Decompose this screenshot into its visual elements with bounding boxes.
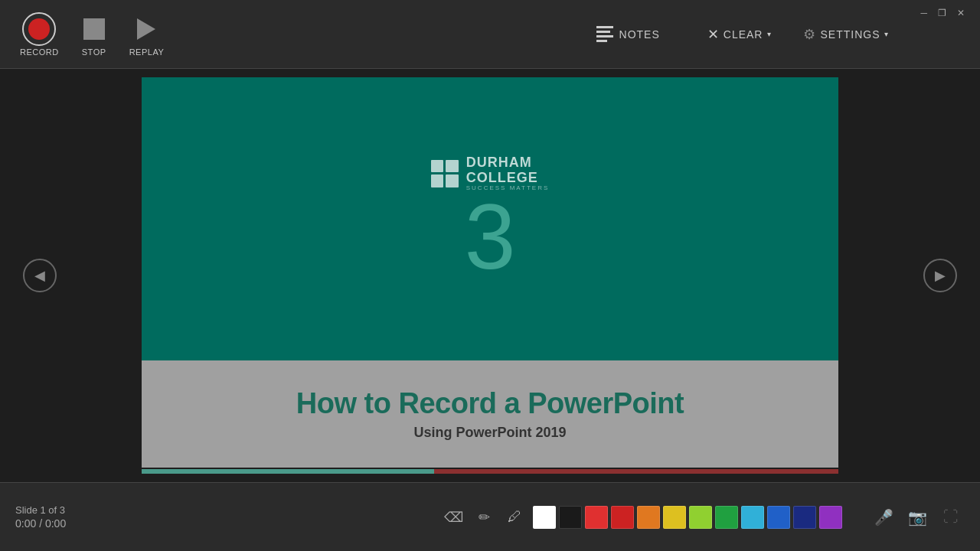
microphone-icon: 🎤 — [874, 508, 893, 527]
microphone-button[interactable]: 🎤 — [870, 504, 897, 531]
drawing-tools: ⌫ ✏ 🖊 — [441, 505, 842, 530]
record-label: RECORD — [20, 47, 59, 57]
camera-icon: 📷 — [908, 508, 927, 527]
media-controls: 🎤 📷 ⛶ — [870, 504, 965, 531]
stop-icon — [77, 12, 111, 46]
replay-label: REPLAY — [129, 47, 165, 57]
slide-title: How to Record a PowerPoint — [296, 387, 684, 420]
main-area: ◀ DURHAM COLLEGE SUCCESS MATTERS — [0, 69, 980, 482]
settings-gear-icon: ⚙ — [803, 26, 815, 43]
record-icon — [22, 12, 56, 46]
color-swatch-green-light[interactable] — [689, 506, 712, 529]
fullscreen-button[interactable]: ⛶ — [937, 504, 965, 531]
pen-icon: ✏ — [479, 509, 490, 526]
next-slide-button[interactable]: ▶ — [923, 259, 957, 292]
color-swatch-cyan[interactable] — [741, 506, 764, 529]
next-arrow-icon: ▶ — [935, 267, 946, 284]
eraser-icon: ⌫ — [444, 509, 463, 526]
clear-dropdown-icon: ▾ — [767, 30, 771, 38]
color-swatch-navy[interactable] — [793, 506, 816, 529]
color-swatch-yellow[interactable] — [663, 506, 686, 529]
progress-bar-remaining — [434, 469, 838, 474]
highlighter-icon: 🖊 — [508, 509, 521, 525]
settings-label: SETTINGS — [820, 28, 880, 41]
color-swatch-green[interactable] — [715, 506, 738, 529]
progress-bar — [142, 469, 838, 474]
color-swatch-blue[interactable] — [767, 506, 790, 529]
slide-area: DURHAM COLLEGE SUCCESS MATTERS 3 How to … — [142, 77, 838, 474]
college-name-line2: COLLEGE — [466, 171, 550, 186]
slide-container: DURHAM COLLEGE SUCCESS MATTERS 3 How to … — [142, 77, 838, 468]
notes-button[interactable]: NOTES — [586, 21, 671, 47]
notes-icon — [596, 26, 613, 42]
college-name-line1: DURHAM — [466, 155, 550, 171]
settings-button[interactable]: ⚙ SETTINGS ▾ — [792, 21, 899, 47]
logo-grid-icon — [431, 160, 459, 187]
restore-button[interactable]: ❐ — [935, 6, 949, 20]
clear-button[interactable]: ✕ CLEAR ▾ — [697, 23, 782, 46]
color-swatch-black[interactable] — [559, 506, 582, 529]
color-palette — [533, 506, 842, 529]
replay-icon — [129, 12, 163, 46]
color-swatch-purple[interactable] — [819, 506, 842, 529]
prev-slide-button[interactable]: ◀ — [23, 259, 57, 292]
highlighter-tool[interactable]: 🖊 — [502, 505, 527, 530]
pen-tool[interactable]: ✏ — [472, 505, 496, 530]
bottom-toolbar: Slide 1 of 3 0:00 / 0:00 ⌫ ✏ 🖊 🎤 📷 ⛶ — [0, 482, 980, 551]
slide-time: 0:00 / 0:00 — [15, 517, 107, 530]
minimize-button[interactable]: ─ — [917, 6, 930, 20]
color-swatch-red[interactable] — [611, 506, 634, 529]
slide-count: Slide 1 of 3 — [15, 504, 107, 516]
window-controls: ─ ❐ ✕ — [917, 0, 968, 20]
prev-arrow-icon: ◀ — [34, 267, 45, 284]
record-button[interactable]: RECORD — [12, 8, 67, 61]
close-button[interactable]: ✕ — [954, 6, 968, 20]
settings-dropdown-icon: ▾ — [884, 30, 888, 38]
eraser-tool[interactable]: ⌫ — [441, 505, 466, 530]
slide-info: Slide 1 of 3 0:00 / 0:00 — [15, 504, 107, 530]
color-swatch-orange[interactable] — [637, 506, 660, 529]
color-swatch-white[interactable] — [533, 506, 556, 529]
replay-button[interactable]: REPLAY — [122, 8, 172, 61]
notes-label: NOTES — [619, 28, 660, 41]
stop-button[interactable]: STOP — [70, 8, 119, 61]
clear-label: CLEAR — [724, 28, 763, 41]
slide-top: DURHAM COLLEGE SUCCESS MATTERS 3 — [142, 77, 838, 360]
fullscreen-icon: ⛶ — [943, 508, 959, 526]
top-toolbar: RECORD STOP REPLAY NOTES ✕ CLEAR ▾ ⚙ SET… — [0, 0, 980, 69]
progress-bar-filled — [142, 469, 434, 474]
camera-button[interactable]: 📷 — [903, 504, 931, 531]
clear-x-icon: ✕ — [707, 28, 719, 41]
stop-label: STOP — [82, 47, 106, 57]
slide-bottom: How to Record a PowerPoint Using PowerPo… — [142, 360, 838, 468]
slide-subtitle: Using PowerPoint 2019 — [413, 425, 566, 441]
color-swatch-red-light[interactable] — [585, 506, 608, 529]
countdown-number: 3 — [465, 191, 516, 282]
